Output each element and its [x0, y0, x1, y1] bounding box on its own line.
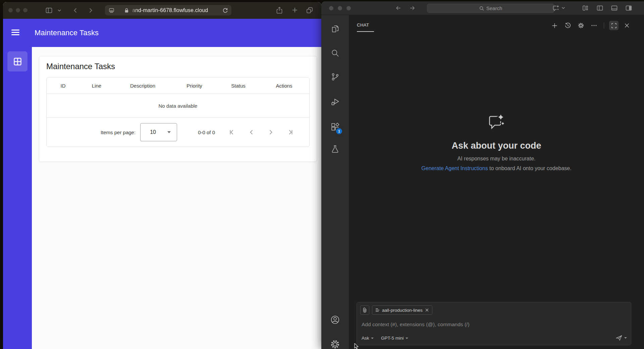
last-page-button[interactable]: [286, 128, 294, 136]
explorer-icon[interactable]: [330, 24, 340, 34]
address-bar[interactable]: and-martin-6678.flowfuse.cloud: [105, 5, 231, 15]
new-chat-icon[interactable]: [551, 22, 558, 29]
send-button[interactable]: [615, 334, 627, 341]
copilot-icon[interactable]: [552, 4, 560, 12]
chevron-down-icon[interactable]: [57, 9, 61, 12]
close-window-button[interactable]: [8, 8, 13, 12]
url-text: and-martin-6678.flowfuse.cloud: [132, 7, 208, 13]
chat-input-placeholder[interactable]: Add context (#), extensions (@), command…: [362, 321, 470, 328]
column-header-status[interactable]: Status: [217, 83, 260, 89]
items-per-page-value: 10: [150, 129, 156, 135]
browser-titlebar: and-martin-6678.flowfuse.cloud: [3, 2, 321, 19]
tab-overview-icon[interactable]: [306, 6, 313, 14]
share-icon[interactable]: [276, 6, 283, 14]
testing-icon[interactable]: [330, 144, 340, 154]
link-suffix-text: to onboard AI onto your codebase.: [488, 165, 572, 171]
table-grid-icon: [13, 57, 22, 66]
mouse-cursor: [354, 343, 359, 349]
toggle-secondary-sidebar-icon[interactable]: [625, 5, 632, 11]
mode-dropdown[interactable]: Ask: [362, 336, 374, 341]
sidebar-item-tasks[interactable]: [7, 51, 28, 71]
more-actions-icon[interactable]: [590, 22, 598, 29]
context-chip-label: aall-production-lines: [382, 308, 423, 313]
search-icon[interactable]: [330, 48, 340, 58]
list-lines-icon: [375, 308, 380, 312]
app-body: Maintenance Tasks ID Line Description Pr…: [3, 47, 321, 349]
vscode-window: Search: [321, 1, 644, 349]
customize-layout-icon[interactable]: [582, 5, 589, 11]
chat-panel: CHAT: [349, 15, 644, 349]
send-icon: [615, 334, 623, 341]
send-options-caret-icon: [624, 337, 627, 339]
mode-label: Ask: [362, 336, 369, 341]
new-tab-icon[interactable]: [291, 7, 298, 13]
account-icon[interactable]: [330, 315, 340, 325]
select-caret-icon: [167, 131, 171, 133]
column-header-id[interactable]: ID: [47, 83, 79, 89]
close-panel-icon[interactable]: [623, 22, 631, 29]
command-search-box[interactable]: Search: [427, 4, 554, 13]
app-header: Maintenance Tasks: [3, 19, 321, 47]
maintenance-card: Maintenance Tasks ID Line Description Pr…: [39, 56, 317, 162]
card-title: Maintenance Tasks: [46, 62, 115, 71]
chat-tab-underline: [357, 31, 374, 32]
table-pagination: Items per page: 10 0-0 of 0: [47, 118, 309, 147]
column-header-actions[interactable]: Actions: [260, 83, 309, 89]
first-page-button[interactable]: [228, 128, 236, 136]
page-settings-icon[interactable]: [109, 8, 114, 13]
minimize-window-button[interactable]: [338, 6, 342, 10]
app-sidebar: [3, 47, 32, 349]
items-per-page-label: Items per page:: [101, 130, 136, 135]
empty-state-link-line: Generate Agent Instructions to onboard A…: [421, 165, 571, 171]
column-header-description[interactable]: Description: [114, 83, 172, 89]
close-window-button[interactable]: [329, 6, 333, 10]
context-chip[interactable]: aall-production-lines: [372, 305, 432, 315]
chat-input-box[interactable]: aall-production-lines Add context (#), e…: [357, 302, 631, 345]
empty-state-subtitle: AI responses may be inaccurate.: [457, 156, 535, 162]
back-button[interactable]: [72, 7, 79, 14]
column-header-priority[interactable]: Priority: [172, 83, 217, 89]
model-label: GPT-5 mini: [381, 336, 404, 341]
next-page-button[interactable]: [267, 128, 275, 136]
forward-button[interactable]: [87, 7, 94, 14]
empty-state-title: Ask about your code: [451, 141, 541, 151]
source-control-icon[interactable]: [330, 72, 340, 82]
search-placeholder: Search: [486, 5, 502, 11]
minimize-window-button[interactable]: [16, 8, 20, 12]
reload-icon[interactable]: [222, 7, 228, 13]
items-per-page-select[interactable]: 10: [140, 123, 177, 141]
run-debug-icon[interactable]: [330, 97, 340, 107]
zoom-window-button[interactable]: [346, 6, 351, 10]
paperclip-icon: [363, 307, 367, 313]
sidebar-toggle-icon[interactable]: [45, 7, 53, 14]
mode-caret-icon: [371, 338, 374, 339]
navigate-forward-icon[interactable]: [409, 5, 416, 11]
chat-history-icon[interactable]: [564, 22, 572, 29]
chat-tab[interactable]: CHAT: [357, 22, 369, 28]
zoom-window-button[interactable]: [23, 8, 28, 12]
model-caret-icon: [406, 338, 408, 339]
toggle-primary-sidebar-icon[interactable]: [596, 5, 603, 11]
attach-context-button[interactable]: [360, 305, 369, 315]
table-header-row: ID Line Description Priority Status Acti…: [47, 78, 309, 94]
empty-table-message: No data available: [47, 94, 309, 118]
settings-gear-icon[interactable]: [330, 339, 340, 349]
vscode-titlebar: Search: [321, 1, 644, 15]
toggle-panel-icon[interactable]: [611, 5, 618, 11]
lock-icon: [124, 8, 129, 13]
model-dropdown[interactable]: GPT-5 mini: [381, 336, 408, 341]
browser-window: and-martin-6678.flowfuse.cloud: [3, 2, 321, 349]
extensions-badge: 1: [335, 128, 343, 135]
copilot-chevron-icon[interactable]: [561, 6, 565, 9]
tasks-table: ID Line Description Priority Status Acti…: [46, 77, 310, 147]
navigate-back-icon[interactable]: [395, 5, 401, 11]
chat-settings-gear-icon[interactable]: [577, 22, 585, 29]
maximize-panel-icon[interactable]: [609, 21, 619, 30]
previous-page-button[interactable]: [248, 128, 256, 136]
vscode-body: 1 CHAT: [321, 15, 644, 349]
column-header-line[interactable]: Line: [79, 83, 114, 89]
menu-icon[interactable]: [11, 30, 19, 35]
comment-sparkle-icon: [486, 112, 507, 133]
remove-context-icon[interactable]: [425, 308, 429, 312]
generate-agent-instructions-link[interactable]: Generate Agent Instructions: [421, 165, 488, 171]
